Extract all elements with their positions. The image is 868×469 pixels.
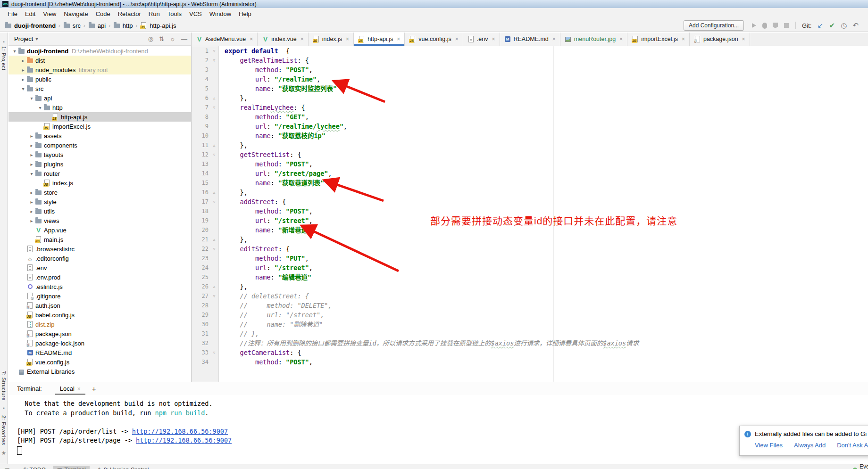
tree-chevron-icon[interactable]: ▸ <box>28 199 35 205</box>
tree-chevron-icon[interactable]: ▸ <box>28 162 35 167</box>
revert-icon[interactable]: ↶ <box>850 21 861 30</box>
close-icon[interactable]: × <box>492 36 495 42</box>
statusbar-6:-todo[interactable]: ≡6: TODO <box>14 466 50 469</box>
fold-icon[interactable]: ▿ <box>211 244 217 254</box>
stripe-project-button[interactable]: 1: Project <box>1 46 7 70</box>
tree-row-layouts[interactable]: ▸layouts <box>8 150 191 159</box>
fold-icon[interactable]: ▵ <box>211 140 217 150</box>
terminal-tab-local[interactable]: Local × <box>55 382 85 395</box>
editor-tab-vue.config.js[interactable]: JSvue.config.js× <box>405 33 463 46</box>
tree-chevron-icon[interactable]: ▸ <box>28 133 35 139</box>
tree-row-auth.json[interactable]: {}auth.json <box>8 301 191 310</box>
close-icon[interactable]: × <box>682 36 685 42</box>
tree-row-duoji-frontend[interactable]: ▾duoji-frontendD:\zheheWeb\duoji-fronten… <box>8 46 191 56</box>
close-icon[interactable]: × <box>619 36 623 42</box>
tree-row-.env.prod[interactable]: .env.prod <box>8 272 191 282</box>
terminal-link[interactable]: http://192.168.66.56:9007 <box>136 436 232 444</box>
stripe-favorites-button[interactable]: 2: Favorites <box>1 415 7 445</box>
debug-icon[interactable] <box>762 23 767 29</box>
tree-row-node_modules[interactable]: ▸node_moduleslibrary root <box>8 65 191 74</box>
notification-action-always-add[interactable]: Always Add <box>794 442 826 449</box>
stop-icon[interactable] <box>784 23 789 28</box>
tree-row-assets[interactable]: ▸assets <box>8 131 191 140</box>
tree-row-public[interactable]: ▸public <box>8 74 191 84</box>
tree-chevron-icon[interactable]: ▸ <box>20 77 26 82</box>
tree-chevron-icon[interactable]: ▸ <box>28 190 35 195</box>
close-icon[interactable]: × <box>300 36 304 42</box>
collapse-all-icon[interactable]: ⇅ <box>159 35 164 42</box>
tree-chevron-icon[interactable]: ▾ <box>28 171 35 176</box>
fold-icon[interactable]: ▿ <box>211 46 217 56</box>
notification-action-don't-ask-agai[interactable]: Don't Ask Agai <box>837 442 868 449</box>
terminal-link[interactable]: http://192.168.66.56:9007 <box>132 428 228 435</box>
locate-icon[interactable]: ◎ <box>148 35 153 42</box>
stripe-structure-button[interactable]: 7: Structure <box>1 371 7 401</box>
close-icon[interactable]: × <box>346 36 349 42</box>
editor-tab-importExcel.js[interactable]: JSimportExcel.js× <box>627 33 690 46</box>
tree-chevron-icon[interactable]: ▸ <box>20 67 26 73</box>
fold-icon[interactable]: ▿ <box>211 291 217 301</box>
menu-navigate[interactable]: Navigate <box>60 10 92 17</box>
editor-tab-menuRouter.jpg[interactable]: menuRouter.jpg× <box>560 33 627 46</box>
coverage-icon[interactable] <box>773 23 778 28</box>
run-icon[interactable] <box>752 23 756 28</box>
breadcrumb-item[interactable]: http <box>113 22 133 29</box>
hide-panel-icon[interactable]: — <box>181 35 187 42</box>
tree-chevron-icon[interactable]: ▾ <box>28 96 35 101</box>
fold-icon[interactable]: ▿ <box>211 56 217 65</box>
tree-row-App.vue[interactable]: VApp.vue <box>8 225 191 235</box>
tree-row-babel.config.js[interactable]: JSbabel.config.js <box>8 310 191 320</box>
tree-chevron-icon[interactable]: ▸ <box>28 209 35 214</box>
tree-chevron-icon[interactable]: ▸ <box>28 218 35 223</box>
tree-row-vue.config.js[interactable]: JSvue.config.js <box>8 357 191 367</box>
tree-row-style[interactable]: ▸style <box>8 197 191 206</box>
add-configuration-button[interactable]: Add Configuration... <box>684 20 744 31</box>
tree-row-.gitignore[interactable]: .gitignore <box>8 291 191 301</box>
menu-file[interactable]: File <box>4 10 21 17</box>
menu-view[interactable]: View <box>39 10 60 17</box>
menu-run[interactable]: Run <box>145 10 164 17</box>
tree-row-.env[interactable]: .env <box>8 263 191 272</box>
fold-icon[interactable]: ▿ <box>211 103 217 112</box>
git-commit-icon[interactable]: ✔ <box>826 21 838 30</box>
fold-icon[interactable]: ▿ <box>211 348 217 357</box>
close-icon[interactable]: × <box>250 36 253 42</box>
tree-row-dist[interactable]: ▸dist <box>8 56 191 65</box>
tree-chevron-icon[interactable]: ▸ <box>28 152 35 157</box>
menu-tools[interactable]: Tools <box>164 10 185 17</box>
tree-chevron-icon[interactable]: ▸ <box>28 143 35 148</box>
editor-tab-index.js[interactable]: JSindex.js× <box>309 33 354 46</box>
tree-row-plugins[interactable]: ▸plugins <box>8 159 191 169</box>
breadcrumb-item[interactable]: api <box>88 22 106 29</box>
tree-row-index.js[interactable]: JSindex.js <box>8 178 191 188</box>
fold-icon[interactable]: ▵ <box>211 235 217 244</box>
close-icon[interactable]: × <box>77 386 81 392</box>
close-icon[interactable]: × <box>742 36 745 42</box>
breadcrumb-item[interactable]: duoji-frontend <box>5 22 56 29</box>
git-update-icon[interactable]: ↙ <box>814 21 826 30</box>
fold-icon[interactable]: ▵ <box>211 188 217 197</box>
tree-row-README.md[interactable]: MREADME.md <box>8 348 191 357</box>
statusbar-terminal[interactable]: ▣Terminal <box>53 466 90 469</box>
menu-help[interactable]: Help <box>235 10 255 17</box>
close-icon[interactable]: × <box>455 36 459 42</box>
event-log-button[interactable]: Event Log <box>853 463 868 469</box>
tree-row-src[interactable]: ▾src <box>8 84 191 93</box>
editor-tab-README.md[interactable]: MREADME.md× <box>500 33 560 46</box>
project-panel-header[interactable]: Project ▾ ◎⇅☼— <box>8 33 191 46</box>
star-icon[interactable]: ★ <box>1 450 7 456</box>
editor-tab-AsideMenu.vue[interactable]: VAsideMenu.vue× <box>192 33 258 46</box>
menu-refactor[interactable]: Refactor <box>114 10 145 17</box>
tree-row-router[interactable]: ▾router <box>8 169 191 178</box>
tree-row-utils[interactable]: ▸utils <box>8 206 191 216</box>
tree-row-components[interactable]: ▸components <box>8 140 191 150</box>
tree-row-package-lock.json[interactable]: {}package-lock.json <box>8 338 191 348</box>
tree-row-package.json[interactable]: {}package.json <box>8 329 191 338</box>
settings-icon[interactable]: ☼ <box>170 35 175 42</box>
fold-icon[interactable]: ▵ <box>211 93 217 103</box>
tree-row-External Libraries[interactable]: ▤External Libraries <box>8 367 191 376</box>
close-icon[interactable]: × <box>397 36 400 42</box>
tree-row-http-api.js[interactable]: JShttp-api.js <box>8 112 191 122</box>
fold-icon[interactable]: ▿ <box>211 150 217 159</box>
tree-chevron-icon[interactable]: ▾ <box>37 105 43 110</box>
